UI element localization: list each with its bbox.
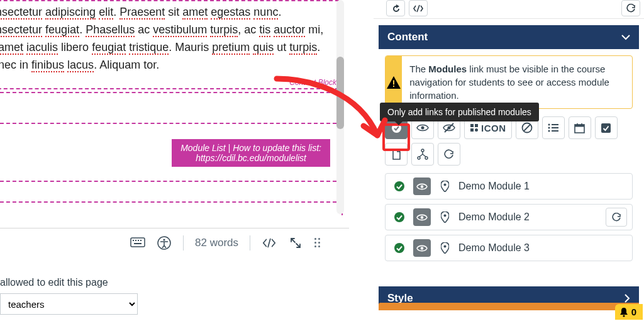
module-name: Demo Module 3 bbox=[458, 242, 627, 254]
refresh-button[interactable] bbox=[621, 0, 640, 16]
editor-scrollbar[interactable] bbox=[336, 0, 344, 214]
module-badge-line2: https://cdil.bc.edu/modulelist bbox=[196, 153, 306, 163]
chevron-right-icon bbox=[625, 294, 630, 303]
warning-icon bbox=[386, 56, 402, 108]
module-list-block[interactable]: Module List | How to update this list: h… bbox=[0, 123, 343, 182]
list-button[interactable] bbox=[542, 116, 565, 139]
alert-text-bold: Modules bbox=[428, 64, 467, 74]
svg-rect-27 bbox=[575, 125, 584, 127]
redo-button[interactable] bbox=[386, 0, 405, 16]
check-square-button[interactable] bbox=[595, 116, 618, 139]
content-panel-title: Content bbox=[387, 31, 428, 43]
svg-point-38 bbox=[421, 216, 424, 219]
sidebar-top-bar bbox=[374, 0, 644, 19]
svg-rect-21 bbox=[552, 124, 558, 125]
svg-point-33 bbox=[425, 157, 428, 159]
svg-point-39 bbox=[443, 215, 446, 217]
next-block-edge bbox=[0, 201, 343, 215]
svg-rect-2 bbox=[135, 240, 136, 241]
svg-point-20 bbox=[548, 124, 550, 126]
svg-rect-8 bbox=[393, 80, 394, 84]
editor-status-bar: 82 words bbox=[0, 228, 349, 257]
published-icon bbox=[391, 208, 408, 226]
svg-rect-4 bbox=[140, 240, 142, 241]
svg-line-19 bbox=[524, 125, 530, 131]
svg-point-41 bbox=[421, 247, 424, 250]
svg-point-37 bbox=[394, 212, 404, 222]
module-name: Demo Module 1 bbox=[458, 181, 627, 192]
published-icon bbox=[391, 177, 408, 195]
published-modules-tooltip: Only add links for published modules bbox=[380, 103, 539, 121]
bell-count: 0 bbox=[631, 307, 636, 317]
keyboard-icon[interactable] bbox=[130, 235, 145, 251]
diagram-button[interactable] bbox=[411, 143, 434, 166]
published-icon bbox=[391, 239, 408, 257]
body-paragraph[interactable]: consectetur adipiscing elit. Praesent si… bbox=[0, 4, 334, 74]
refresh-toolbar-button[interactable] bbox=[438, 143, 460, 166]
svg-rect-9 bbox=[393, 86, 394, 87]
module-list-badge: Module List | How to update this list: h… bbox=[172, 139, 330, 167]
document-button[interactable] bbox=[385, 143, 408, 166]
module-badge-line1: Module List | How to update this list: bbox=[180, 143, 321, 153]
svg-point-42 bbox=[443, 245, 446, 248]
content-panel-header[interactable]: Content bbox=[379, 25, 639, 49]
visibility-icon[interactable] bbox=[413, 239, 431, 257]
svg-point-31 bbox=[421, 149, 424, 152]
module-row[interactable]: Demo Module 3 bbox=[385, 235, 633, 261]
editor-pane: consectetur adipiscing elit. Praesent si… bbox=[0, 0, 368, 321]
content-block-wrapper: consectetur adipiscing elit. Praesent si… bbox=[0, 0, 343, 93]
svg-point-32 bbox=[418, 157, 420, 159]
notification-bell-badge[interactable]: 0 bbox=[615, 304, 643, 320]
svg-rect-5 bbox=[134, 243, 142, 244]
html-view-icon[interactable] bbox=[262, 235, 277, 251]
design-sidebar: Content The Modules link must be visible… bbox=[374, 0, 644, 321]
svg-point-24 bbox=[548, 130, 550, 132]
svg-point-7 bbox=[163, 239, 165, 240]
alert-text-prefix: The bbox=[409, 64, 428, 74]
edit-permission-select[interactable]: teachers bbox=[0, 293, 138, 315]
location-icon[interactable] bbox=[436, 208, 453, 226]
word-count[interactable]: 82 words bbox=[195, 237, 238, 249]
visibility-icon[interactable] bbox=[413, 208, 431, 226]
row-refresh-button[interactable] bbox=[606, 208, 627, 227]
module-toolbar: ICON bbox=[385, 116, 633, 166]
content-block[interactable]: consectetur adipiscing elit. Praesent si… bbox=[0, 0, 339, 89]
module-name: Demo Module 2 bbox=[458, 211, 601, 223]
svg-rect-30 bbox=[601, 123, 611, 133]
fullscreen-icon[interactable] bbox=[288, 235, 303, 251]
svg-rect-0 bbox=[131, 238, 145, 247]
module-list: Demo Module 1Demo Module 2Demo Module 3 bbox=[385, 173, 633, 261]
chevron-down-icon bbox=[621, 35, 630, 40]
svg-point-36 bbox=[443, 184, 446, 186]
svg-rect-1 bbox=[133, 240, 134, 241]
icon-word-label: ICON bbox=[481, 123, 506, 133]
svg-point-35 bbox=[421, 185, 424, 188]
svg-point-43 bbox=[623, 315, 625, 317]
visibility-icon[interactable] bbox=[413, 177, 431, 195]
module-row[interactable]: Demo Module 2 bbox=[385, 204, 633, 230]
content-panel-body: The Modules link must be visible in the … bbox=[379, 49, 639, 280]
svg-point-22 bbox=[548, 127, 550, 129]
divider bbox=[183, 235, 184, 251]
accessibility-icon[interactable] bbox=[157, 235, 172, 251]
svg-rect-23 bbox=[552, 127, 558, 128]
code-button[interactable] bbox=[409, 0, 428, 16]
content-block-label: Content Block bbox=[289, 78, 336, 87]
divider bbox=[250, 235, 250, 251]
bell-icon bbox=[619, 307, 629, 317]
svg-rect-16 bbox=[470, 128, 474, 132]
location-icon[interactable] bbox=[436, 239, 453, 257]
edit-permission-label: allowed to edit this page bbox=[0, 277, 349, 288]
svg-rect-14 bbox=[470, 124, 474, 127]
more-handle-icon[interactable] bbox=[314, 238, 320, 247]
scrollbar-thumb[interactable] bbox=[336, 57, 344, 129]
svg-point-34 bbox=[394, 181, 404, 191]
next-panel-edge bbox=[379, 303, 639, 310]
calendar-button[interactable] bbox=[569, 116, 591, 139]
location-icon[interactable] bbox=[436, 177, 453, 195]
module-row[interactable]: Demo Module 1 bbox=[385, 173, 633, 200]
svg-rect-15 bbox=[475, 124, 478, 127]
rich-editor-area[interactable]: consectetur adipiscing elit. Praesent si… bbox=[0, 0, 349, 220]
svg-point-40 bbox=[394, 243, 404, 253]
svg-rect-25 bbox=[552, 130, 558, 132]
